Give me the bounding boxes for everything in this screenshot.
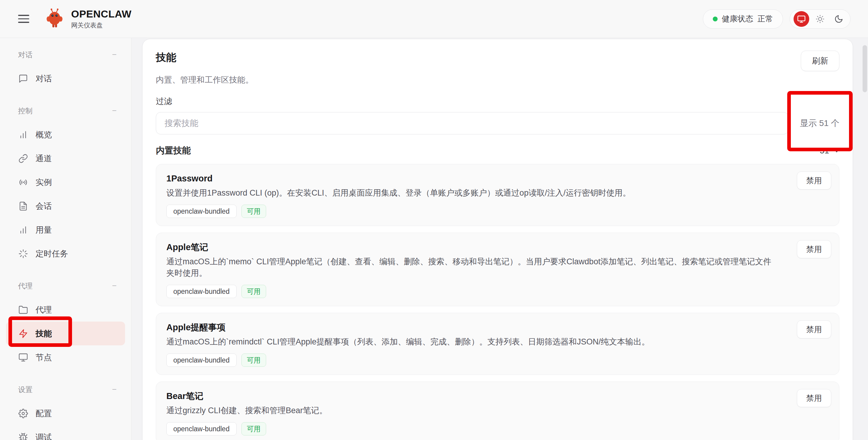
theme-switcher [789,9,850,29]
sidebar-item-label: 技能 [36,328,52,339]
collapse-icon[interactable]: − [112,385,117,394]
app-header: OPENCLAW 网关仪表盘 健康状态 正常 [0,0,868,38]
sidebar-item-label: 配置 [36,408,52,419]
sidebar-item-label: 节点 [36,352,52,363]
sidebar-item-label: 实例 [36,177,52,188]
brand-block: OPENCLAW 网关仪表盘 [71,8,131,30]
page-size-select[interactable]: 51 [820,146,839,156]
skill-description: 设置并使用1Password CLI (op)。在安装CLI、启用桌面应用集成、… [166,187,829,198]
sidebar-section-header: 控制− [0,99,131,123]
sidebar-item-usage[interactable]: 用量 [6,218,125,242]
disable-skill-button[interactable]: 禁用 [797,171,831,190]
sidebar-item-channels[interactable]: 通道 [6,147,125,170]
skill-description: 通过grizzly CLI创建、搜索和管理Bear笔记。 [166,405,829,416]
bar-chart-icon [18,225,28,235]
status-badge: 可用 [241,205,266,218]
skill-card: Apple提醒事项通过macOS上的`remindctl` CLI管理Apple… [156,313,839,375]
page-subtitle: 内置、管理和工作区技能。 [156,74,839,86]
sidebar-item-label: 定时任务 [36,248,68,259]
lightning-icon [18,328,28,339]
sidebar-item-label: 会话 [36,201,52,212]
monitor-icon [797,14,806,24]
skill-card: Bear笔记通过grizzly CLI创建、搜索和管理Bear笔记。opencl… [156,381,839,440]
disable-skill-button[interactable]: 禁用 [797,389,831,407]
sidebar-item-instances[interactable]: 实例 [6,170,125,194]
badge-row: openclaw-bundled可用 [166,285,829,298]
sidebar-item-label: 概览 [36,129,52,140]
main-region: 技能 刷新 内置、管理和工作区技能。 过滤 显示 51 个 内置技能 51 1P… [131,38,868,440]
page-size-value: 51 [820,146,829,156]
page-title: 技能 [156,51,176,64]
badge-row: openclaw-bundled可用 [166,422,829,436]
caret-down-icon [834,149,839,153]
skills-panel: 技能 刷新 内置、管理和工作区技能。 过滤 显示 51 个 内置技能 51 1P… [142,39,853,440]
sidebar-item-chats[interactable]: 对话 [6,67,125,90]
link-icon [18,153,28,164]
bundle-badge: openclaw-bundled [166,205,237,218]
skill-name: 1Password [166,173,829,184]
sidebar-item-skills[interactable]: 技能 [6,321,125,345]
skill-card: Apple笔记通过macOS上的`memo` CLI管理Apple笔记（创建、查… [156,233,839,306]
sparkle-icon [18,249,28,259]
collapse-icon[interactable]: − [112,50,117,59]
sun-icon [815,14,825,24]
sidebar-item-label: 用量 [36,224,52,235]
sidebar-item-nodes[interactable]: 节点 [6,345,125,369]
app-subtitle: 网关仪表盘 [71,21,131,30]
page-scrollbar-thumb[interactable] [863,45,867,92]
hamburger-menu-icon[interactable] [18,12,31,26]
status-badge: 可用 [241,353,266,367]
sidebar-section-label: 设置 [18,385,33,395]
dark-theme-button[interactable] [831,11,846,27]
badge-row: openclaw-bundled可用 [166,205,829,218]
status-badge: 可用 [241,285,266,298]
skill-card: 1Password设置并使用1Password CLI (op)。在安装CLI、… [156,164,839,226]
filter-label: 过滤 [156,96,839,107]
broadcast-icon [18,177,28,187]
collapse-icon[interactable]: − [112,281,117,290]
monitor-icon [18,352,28,363]
search-input[interactable] [156,112,788,134]
sidebar-nav: 对话−对话控制−概览通道实例会话用量定时任务代理−代理技能节点设置−配置调试 [0,38,131,440]
app-title: OPENCLAW [71,8,131,20]
skill-description: 通过macOS上的`remindctl` CLI管理Apple提醒事项（列表、添… [166,336,829,347]
refresh-button[interactable]: 刷新 [801,51,839,71]
bundle-badge: openclaw-bundled [166,285,237,298]
sidebar-item-cron[interactable]: 定时任务 [6,242,125,265]
disable-skill-button[interactable]: 禁用 [797,320,831,339]
sidebar-section-header: 对话− [0,43,131,67]
bug-icon [18,432,28,440]
sidebar-item-label: 调试 [36,432,52,440]
sidebar-section-label: 对话 [18,50,33,60]
health-status-badge: 健康状态 正常 [703,9,783,29]
sidebar-item-debug[interactable]: 调试 [6,425,125,440]
skill-name: Bear笔记 [166,390,829,402]
chat-bubble-icon [18,73,28,84]
sidebar-section-header: 代理− [0,274,131,298]
status-badge: 可用 [241,422,266,436]
health-value: 正常 [757,13,773,24]
sidebar-item-label: 代理 [36,304,52,315]
skill-description: 通过macOS上的`memo` CLI管理Apple笔记（创建、查看、编辑、删除… [166,256,829,279]
skill-name: Apple笔记 [166,242,829,253]
bundle-badge: openclaw-bundled [166,353,237,367]
sidebar-item-overview[interactable]: 概览 [6,123,125,147]
disable-skill-button[interactable]: 禁用 [797,240,831,258]
system-theme-button[interactable] [794,11,809,27]
sidebar-item-agents[interactable]: 代理 [6,298,125,321]
sidebar-item-sessions[interactable]: 会话 [6,194,125,218]
builtin-skills-heading: 内置技能 [156,145,191,157]
folder-icon [18,305,28,315]
health-label: 健康状态 [722,13,753,24]
bundle-badge: openclaw-bundled [166,422,237,436]
skill-name: Apple提醒事项 [166,321,829,333]
sidebar-item-config[interactable]: 配置 [6,402,125,425]
sidebar-item-label: 通道 [36,153,52,164]
sidebar-section-label: 控制 [18,106,33,116]
moon-icon [834,14,843,24]
light-theme-button[interactable] [812,11,828,27]
document-icon [18,201,28,211]
openclaw-logo [44,6,64,32]
collapse-icon[interactable]: − [112,106,117,116]
showing-count-text: 显示 51 个 [800,118,839,129]
